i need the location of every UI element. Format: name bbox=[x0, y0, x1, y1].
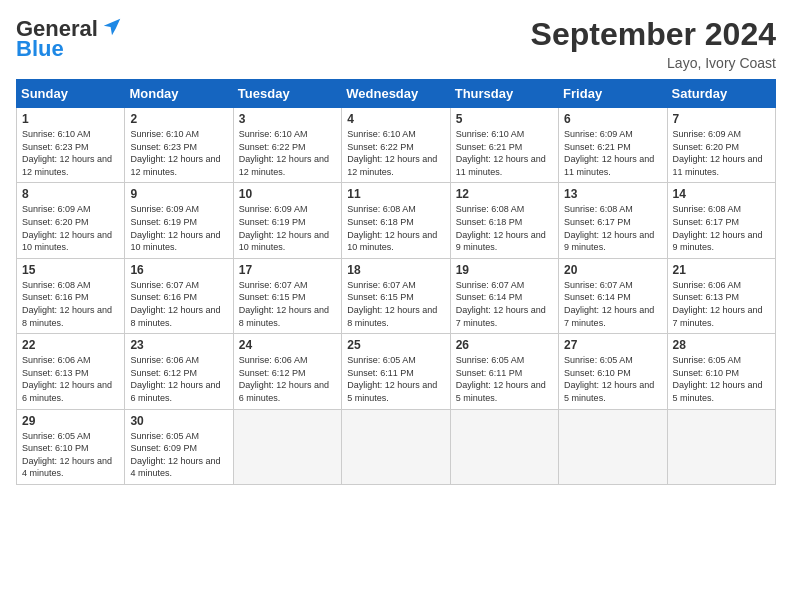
day-info: Sunrise: 6:10 AM Sunset: 6:21 PM Dayligh… bbox=[456, 128, 553, 178]
logo: General Blue bbox=[16, 16, 123, 62]
page-header: General Blue September 2024 Layo, Ivory … bbox=[16, 16, 776, 71]
calendar-cell: 9 Sunrise: 6:09 AM Sunset: 6:19 PM Dayli… bbox=[125, 183, 233, 258]
calendar-cell bbox=[233, 409, 341, 484]
day-info: Sunrise: 6:05 AM Sunset: 6:10 PM Dayligh… bbox=[564, 354, 661, 404]
day-number: 1 bbox=[22, 112, 119, 126]
calendar-cell: 19 Sunrise: 6:07 AM Sunset: 6:14 PM Dayl… bbox=[450, 258, 558, 333]
calendar-cell: 29 Sunrise: 6:05 AM Sunset: 6:10 PM Dayl… bbox=[17, 409, 125, 484]
day-info: Sunrise: 6:07 AM Sunset: 6:15 PM Dayligh… bbox=[347, 279, 444, 329]
calendar-week-row: 22 Sunrise: 6:06 AM Sunset: 6:13 PM Dayl… bbox=[17, 334, 776, 409]
day-number: 12 bbox=[456, 187, 553, 201]
col-wednesday: Wednesday bbox=[342, 80, 450, 108]
calendar-cell: 6 Sunrise: 6:09 AM Sunset: 6:21 PM Dayli… bbox=[559, 108, 667, 183]
col-saturday: Saturday bbox=[667, 80, 775, 108]
day-number: 15 bbox=[22, 263, 119, 277]
day-number: 10 bbox=[239, 187, 336, 201]
calendar-cell bbox=[342, 409, 450, 484]
calendar-week-row: 15 Sunrise: 6:08 AM Sunset: 6:16 PM Dayl… bbox=[17, 258, 776, 333]
calendar-cell: 28 Sunrise: 6:05 AM Sunset: 6:10 PM Dayl… bbox=[667, 334, 775, 409]
day-number: 14 bbox=[673, 187, 770, 201]
day-number: 19 bbox=[456, 263, 553, 277]
day-info: Sunrise: 6:08 AM Sunset: 6:16 PM Dayligh… bbox=[22, 279, 119, 329]
day-info: Sunrise: 6:06 AM Sunset: 6:13 PM Dayligh… bbox=[22, 354, 119, 404]
day-info: Sunrise: 6:07 AM Sunset: 6:14 PM Dayligh… bbox=[456, 279, 553, 329]
day-info: Sunrise: 6:05 AM Sunset: 6:10 PM Dayligh… bbox=[673, 354, 770, 404]
day-info: Sunrise: 6:09 AM Sunset: 6:19 PM Dayligh… bbox=[239, 203, 336, 253]
day-number: 3 bbox=[239, 112, 336, 126]
calendar-cell: 4 Sunrise: 6:10 AM Sunset: 6:22 PM Dayli… bbox=[342, 108, 450, 183]
day-info: Sunrise: 6:05 AM Sunset: 6:11 PM Dayligh… bbox=[456, 354, 553, 404]
calendar-cell: 18 Sunrise: 6:07 AM Sunset: 6:15 PM Dayl… bbox=[342, 258, 450, 333]
day-number: 8 bbox=[22, 187, 119, 201]
calendar-cell: 22 Sunrise: 6:06 AM Sunset: 6:13 PM Dayl… bbox=[17, 334, 125, 409]
day-number: 23 bbox=[130, 338, 227, 352]
calendar-cell: 23 Sunrise: 6:06 AM Sunset: 6:12 PM Dayl… bbox=[125, 334, 233, 409]
day-info: Sunrise: 6:06 AM Sunset: 6:13 PM Dayligh… bbox=[673, 279, 770, 329]
calendar-cell: 10 Sunrise: 6:09 AM Sunset: 6:19 PM Dayl… bbox=[233, 183, 341, 258]
calendar-cell: 26 Sunrise: 6:05 AM Sunset: 6:11 PM Dayl… bbox=[450, 334, 558, 409]
day-number: 18 bbox=[347, 263, 444, 277]
calendar-week-row: 29 Sunrise: 6:05 AM Sunset: 6:10 PM Dayl… bbox=[17, 409, 776, 484]
calendar-cell: 3 Sunrise: 6:10 AM Sunset: 6:22 PM Dayli… bbox=[233, 108, 341, 183]
day-number: 20 bbox=[564, 263, 661, 277]
day-info: Sunrise: 6:09 AM Sunset: 6:19 PM Dayligh… bbox=[130, 203, 227, 253]
col-friday: Friday bbox=[559, 80, 667, 108]
calendar-cell: 7 Sunrise: 6:09 AM Sunset: 6:20 PM Dayli… bbox=[667, 108, 775, 183]
day-number: 21 bbox=[673, 263, 770, 277]
day-info: Sunrise: 6:10 AM Sunset: 6:23 PM Dayligh… bbox=[130, 128, 227, 178]
month-title: September 2024 bbox=[531, 16, 776, 53]
day-info: Sunrise: 6:08 AM Sunset: 6:18 PM Dayligh… bbox=[456, 203, 553, 253]
calendar-cell: 17 Sunrise: 6:07 AM Sunset: 6:15 PM Dayl… bbox=[233, 258, 341, 333]
col-sunday: Sunday bbox=[17, 80, 125, 108]
day-number: 26 bbox=[456, 338, 553, 352]
day-info: Sunrise: 6:10 AM Sunset: 6:22 PM Dayligh… bbox=[239, 128, 336, 178]
day-info: Sunrise: 6:10 AM Sunset: 6:23 PM Dayligh… bbox=[22, 128, 119, 178]
calendar-cell: 13 Sunrise: 6:08 AM Sunset: 6:17 PM Dayl… bbox=[559, 183, 667, 258]
day-number: 24 bbox=[239, 338, 336, 352]
day-info: Sunrise: 6:07 AM Sunset: 6:15 PM Dayligh… bbox=[239, 279, 336, 329]
day-number: 28 bbox=[673, 338, 770, 352]
day-info: Sunrise: 6:07 AM Sunset: 6:14 PM Dayligh… bbox=[564, 279, 661, 329]
day-number: 27 bbox=[564, 338, 661, 352]
calendar-week-row: 8 Sunrise: 6:09 AM Sunset: 6:20 PM Dayli… bbox=[17, 183, 776, 258]
day-info: Sunrise: 6:08 AM Sunset: 6:17 PM Dayligh… bbox=[564, 203, 661, 253]
calendar-cell: 30 Sunrise: 6:05 AM Sunset: 6:09 PM Dayl… bbox=[125, 409, 233, 484]
calendar-cell: 16 Sunrise: 6:07 AM Sunset: 6:16 PM Dayl… bbox=[125, 258, 233, 333]
day-number: 29 bbox=[22, 414, 119, 428]
calendar-cell: 21 Sunrise: 6:06 AM Sunset: 6:13 PM Dayl… bbox=[667, 258, 775, 333]
logo-blue: Blue bbox=[16, 36, 64, 62]
calendar-cell: 14 Sunrise: 6:08 AM Sunset: 6:17 PM Dayl… bbox=[667, 183, 775, 258]
calendar-table: Sunday Monday Tuesday Wednesday Thursday… bbox=[16, 79, 776, 485]
col-tuesday: Tuesday bbox=[233, 80, 341, 108]
day-info: Sunrise: 6:09 AM Sunset: 6:20 PM Dayligh… bbox=[22, 203, 119, 253]
day-number: 17 bbox=[239, 263, 336, 277]
day-info: Sunrise: 6:05 AM Sunset: 6:09 PM Dayligh… bbox=[130, 430, 227, 480]
calendar-cell: 24 Sunrise: 6:06 AM Sunset: 6:12 PM Dayl… bbox=[233, 334, 341, 409]
day-info: Sunrise: 6:09 AM Sunset: 6:20 PM Dayligh… bbox=[673, 128, 770, 178]
calendar-cell: 11 Sunrise: 6:08 AM Sunset: 6:18 PM Dayl… bbox=[342, 183, 450, 258]
calendar-cell bbox=[667, 409, 775, 484]
calendar-cell bbox=[559, 409, 667, 484]
day-number: 2 bbox=[130, 112, 227, 126]
day-number: 6 bbox=[564, 112, 661, 126]
day-number: 16 bbox=[130, 263, 227, 277]
calendar-cell: 12 Sunrise: 6:08 AM Sunset: 6:18 PM Dayl… bbox=[450, 183, 558, 258]
day-number: 7 bbox=[673, 112, 770, 126]
calendar-cell: 2 Sunrise: 6:10 AM Sunset: 6:23 PM Dayli… bbox=[125, 108, 233, 183]
day-info: Sunrise: 6:07 AM Sunset: 6:16 PM Dayligh… bbox=[130, 279, 227, 329]
day-info: Sunrise: 6:06 AM Sunset: 6:12 PM Dayligh… bbox=[239, 354, 336, 404]
day-number: 22 bbox=[22, 338, 119, 352]
calendar-cell: 5 Sunrise: 6:10 AM Sunset: 6:21 PM Dayli… bbox=[450, 108, 558, 183]
title-area: September 2024 Layo, Ivory Coast bbox=[531, 16, 776, 71]
calendar-cell: 27 Sunrise: 6:05 AM Sunset: 6:10 PM Dayl… bbox=[559, 334, 667, 409]
location: Layo, Ivory Coast bbox=[531, 55, 776, 71]
day-info: Sunrise: 6:05 AM Sunset: 6:10 PM Dayligh… bbox=[22, 430, 119, 480]
day-info: Sunrise: 6:09 AM Sunset: 6:21 PM Dayligh… bbox=[564, 128, 661, 178]
calendar-cell: 15 Sunrise: 6:08 AM Sunset: 6:16 PM Dayl… bbox=[17, 258, 125, 333]
day-info: Sunrise: 6:05 AM Sunset: 6:11 PM Dayligh… bbox=[347, 354, 444, 404]
day-info: Sunrise: 6:10 AM Sunset: 6:22 PM Dayligh… bbox=[347, 128, 444, 178]
day-info: Sunrise: 6:08 AM Sunset: 6:17 PM Dayligh… bbox=[673, 203, 770, 253]
day-info: Sunrise: 6:06 AM Sunset: 6:12 PM Dayligh… bbox=[130, 354, 227, 404]
day-number: 25 bbox=[347, 338, 444, 352]
day-number: 13 bbox=[564, 187, 661, 201]
